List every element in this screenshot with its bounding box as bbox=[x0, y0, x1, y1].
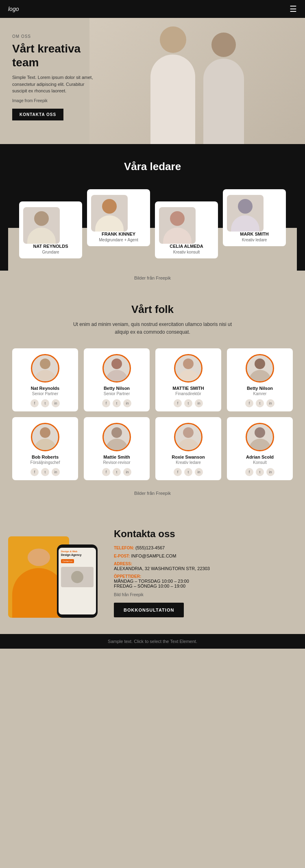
hero-description: Simple Text. Lorem ipsum dolor sit amet,… bbox=[12, 74, 94, 94]
footer-text: Sample text. Click to select the Text El… bbox=[108, 639, 197, 644]
hero-cta-button[interactable]: KONTAKTA OSS bbox=[12, 109, 63, 120]
leaders-section: Våra ledare NAT REYNOLDS Grundare FRANK … bbox=[0, 144, 305, 271]
folk-grid-row2: Bob Roberts Försäljningschef f t in Matt… bbox=[12, 417, 293, 480]
folk-socials-2: f t in bbox=[159, 399, 218, 407]
folk-role-5: Revisor-revisor bbox=[87, 460, 146, 465]
hero-section-label: OM OSS bbox=[12, 34, 94, 39]
instagram-icon-2[interactable]: in bbox=[195, 399, 203, 407]
folk-role-0: Senior Partner bbox=[15, 391, 75, 396]
contact-title: Kontakta oss bbox=[114, 528, 297, 540]
instagram-icon-7[interactable]: in bbox=[266, 468, 274, 476]
contact-value-email: INFO@SAMPLE.COM bbox=[131, 553, 176, 558]
contact-right: Kontakta oss TELEFON: (555)123-4567 E-PO… bbox=[114, 528, 297, 617]
phone-design-label: Design & Web bbox=[61, 550, 94, 553]
twitter-icon-0[interactable]: t bbox=[41, 399, 49, 407]
instagram-icon-5[interactable]: in bbox=[123, 468, 131, 476]
hero-text-block: OM OSS Vårt kreativa team Simple Text. L… bbox=[12, 34, 94, 120]
instagram-icon-1[interactable]: in bbox=[123, 399, 131, 407]
contact-label-hours: ÖPPETTIDER: bbox=[114, 574, 297, 579]
hero-section: OM OSS Vårt kreativa team Simple Text. L… bbox=[0, 18, 305, 144]
leader-name-mark: MARK SMITH bbox=[227, 232, 282, 236]
folk-name-1: Betty Nilson bbox=[87, 386, 146, 391]
folk-grid-row1: Nat Reynolds Senior Partner f t in Betty… bbox=[12, 348, 293, 411]
leader-name-celia: CELIA ALMEDA bbox=[159, 244, 214, 249]
leader-name-frank: FRANK KINNEY bbox=[91, 232, 146, 236]
folk-socials-1: f t in bbox=[87, 399, 146, 407]
twitter-icon-6[interactable]: t bbox=[184, 468, 192, 476]
twitter-icon-4[interactable]: t bbox=[41, 468, 49, 476]
facebook-icon-0[interactable]: f bbox=[30, 399, 39, 407]
folk-role-3: Kamrer bbox=[230, 391, 290, 396]
leader-role-mark: Kreativ ledare bbox=[227, 238, 282, 242]
folk-avatar-5 bbox=[102, 423, 131, 451]
leader-card-nat: NAT REYNOLDS Grundare bbox=[19, 201, 82, 258]
folk-card-6: Roxie Swanson Kreativ ledare f t in bbox=[155, 417, 221, 480]
leaders-grid: NAT REYNOLDS Grundare FRANK KINNEY Medgr… bbox=[8, 185, 297, 271]
folk-name-2: MATTIE SMITH bbox=[159, 386, 218, 391]
nav-menu-icon[interactable]: ☰ bbox=[290, 4, 297, 14]
folk-freepik-link[interactable]: Freepik bbox=[156, 491, 171, 496]
folk-card-1: Betty Nilson Senior Partner f t in bbox=[84, 348, 150, 411]
instagram-icon-0[interactable]: in bbox=[52, 399, 60, 407]
twitter-icon-7[interactable]: t bbox=[256, 468, 264, 476]
leader-avatar-frank bbox=[91, 195, 128, 232]
twitter-icon-2[interactable]: t bbox=[184, 399, 192, 407]
folk-name-0: Nat Reynolds bbox=[15, 386, 75, 391]
folk-socials-3: f t in bbox=[230, 399, 290, 407]
contact-section: Design & Web Design Agency Contact us Ko… bbox=[0, 516, 305, 634]
navbar: logo ☰ bbox=[0, 0, 305, 18]
folk-role-6: Kreativ ledare bbox=[159, 460, 218, 465]
hero-title: Vårt kreativa team bbox=[12, 42, 94, 69]
twitter-icon-5[interactable]: t bbox=[113, 468, 121, 476]
facebook-icon-2[interactable]: f bbox=[174, 399, 182, 407]
contact-field-address: ADRESS: ALEXANDRIA, 32 WASHINGTORN STR, … bbox=[114, 562, 297, 571]
contact-phone-mockup: Design & Web Design Agency Contact us bbox=[57, 544, 98, 618]
instagram-icon-6[interactable]: in bbox=[195, 468, 203, 476]
folk-name-5: Mattie Smith bbox=[87, 455, 146, 459]
folk-socials-0: f t in bbox=[15, 399, 75, 407]
contact-freepik-link[interactable]: Freepik bbox=[130, 593, 143, 597]
folk-avatar-2 bbox=[174, 354, 203, 383]
contact-value-address: ALEXANDRIA, 32 WASHINGTORN STR, 22303 bbox=[114, 566, 297, 571]
phone-agency-label: Design Agency bbox=[61, 553, 94, 556]
folk-description: Ut enim ad minim veniam, quis nostrud ex… bbox=[67, 321, 238, 336]
folk-role-2: Finansdirektör bbox=[159, 391, 218, 396]
twitter-icon-3[interactable]: t bbox=[256, 399, 264, 407]
folk-avatar-6 bbox=[174, 423, 203, 451]
instagram-icon-4[interactable]: in bbox=[52, 468, 60, 476]
contact-book-button[interactable]: BOKKONSULTATION bbox=[114, 603, 184, 617]
leader-card-celia: CELIA ALMEDA Kreativ konsult bbox=[155, 201, 218, 258]
folk-socials-7: f t in bbox=[230, 468, 290, 476]
folk-avatar-7 bbox=[246, 423, 274, 451]
leaders-freepik-link[interactable]: Freepik bbox=[156, 275, 171, 280]
twitter-icon-1[interactable]: t bbox=[113, 399, 121, 407]
facebook-icon-1[interactable]: f bbox=[102, 399, 110, 407]
folk-avatar-1 bbox=[102, 354, 131, 383]
contact-field-hours: ÖPPETTIDER: MÅNDAG – TORSDAG 10:00 – 23:… bbox=[114, 574, 297, 588]
folk-card-5: Mattie Smith Revisor-revisor f t in bbox=[84, 417, 150, 480]
hero-image bbox=[89, 18, 305, 144]
folk-credit: Bilder från Freepik bbox=[12, 486, 293, 508]
folk-title: Vårt folk bbox=[12, 303, 293, 316]
facebook-icon-4[interactable]: f bbox=[30, 468, 39, 476]
facebook-icon-6[interactable]: f bbox=[174, 468, 182, 476]
leader-avatar-mark bbox=[227, 195, 264, 232]
leader-card-mark: MARK SMITH Kreativ ledare bbox=[223, 189, 286, 246]
folk-card-0: Nat Reynolds Senior Partner f t in bbox=[12, 348, 78, 411]
hero-freepik-link[interactable]: Freepik bbox=[34, 98, 47, 103]
facebook-icon-7[interactable]: f bbox=[245, 468, 253, 476]
folk-socials-5: f t in bbox=[87, 468, 146, 476]
phone-screen: Design & Web Design Agency Contact us bbox=[59, 548, 96, 614]
folk-socials-4: f t in bbox=[15, 468, 75, 476]
folk-name-4: Bob Roberts bbox=[15, 455, 75, 459]
leader-avatar-nat bbox=[23, 207, 60, 244]
folk-avatar-3 bbox=[246, 354, 274, 383]
instagram-icon-3[interactable]: in bbox=[266, 399, 274, 407]
leaders-credit: Bilder från Freepik bbox=[0, 271, 305, 289]
folk-name-6: Roxie Swanson bbox=[159, 455, 218, 459]
facebook-icon-3[interactable]: f bbox=[245, 399, 253, 407]
folk-section: Vårt folk Ut enim ad minim veniam, quis … bbox=[0, 287, 305, 516]
leader-avatar-celia bbox=[159, 207, 196, 244]
facebook-icon-5[interactable]: f bbox=[102, 468, 110, 476]
contact-field-phone: TELEFON: (555)123-4567 bbox=[114, 545, 297, 550]
